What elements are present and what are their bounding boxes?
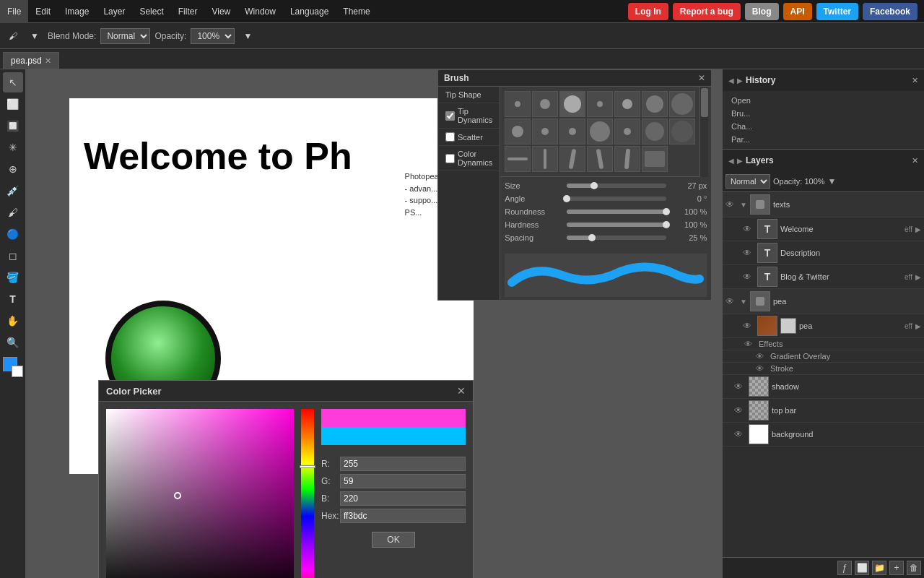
layer-topbar-eye[interactable]: 👁 bbox=[734, 405, 746, 415]
brush-color-dynamics[interactable]: Color Dynamics bbox=[438, 146, 500, 171]
layer-stroke-eye[interactable]: 👁 bbox=[756, 364, 767, 373]
twitter-button[interactable]: Twitter bbox=[816, 3, 858, 20]
menu-window[interactable]: Window bbox=[237, 0, 283, 23]
opacity-select[interactable]: 100% bbox=[191, 28, 235, 44]
eraser-tool[interactable]: ◻ bbox=[3, 246, 23, 266]
brush-thumb-19[interactable] bbox=[614, 146, 640, 172]
layers-delete-btn[interactable]: 🗑 bbox=[907, 561, 921, 575]
cp-close-button[interactable]: ✕ bbox=[457, 385, 466, 397]
brush-dropdown[interactable]: ▼ bbox=[26, 27, 43, 45]
layer-shadow[interactable]: 👁 shadow bbox=[723, 375, 924, 399]
layers-add-style-btn[interactable]: ƒ bbox=[837, 561, 852, 575]
brush-thumb-9[interactable] bbox=[532, 118, 558, 144]
zoom-tool[interactable]: 🔍 bbox=[3, 332, 23, 353]
layer-pea-group-eye[interactable]: 👁 bbox=[725, 296, 737, 306]
cp-g-input[interactable] bbox=[340, 474, 466, 488]
history-nav-next[interactable]: ▶ bbox=[737, 77, 743, 85]
select-rect-tool[interactable]: ⬜ bbox=[3, 94, 23, 114]
layer-group-pea[interactable]: 👁 ▼ pea bbox=[723, 289, 924, 314]
layer-texts-eye[interactable]: 👁 bbox=[725, 199, 737, 210]
fill-tool[interactable]: 🪣 bbox=[3, 267, 23, 288]
facebook-button[interactable]: Facebook bbox=[863, 3, 918, 20]
layer-description[interactable]: 👁 T Description bbox=[723, 241, 924, 265]
brush-size-slider[interactable] bbox=[567, 184, 666, 188]
canvas-area[interactable]: Welcome to Ph Photopea g...- advan...- s… bbox=[26, 69, 722, 578]
brush-thumb-5[interactable] bbox=[614, 91, 640, 117]
tab-pea[interactable]: pea.psd ✕ bbox=[3, 52, 59, 69]
brush-spacing-slider[interactable] bbox=[567, 236, 666, 240]
brush-thumb-11[interactable] bbox=[587, 118, 613, 144]
menu-layer[interactable]: Layer bbox=[96, 0, 132, 23]
brush-tip-dynamics-check[interactable] bbox=[445, 111, 455, 121]
brush-roundness-slider[interactable] bbox=[567, 210, 666, 214]
brush-scatter[interactable]: Scatter bbox=[438, 129, 500, 146]
stamp-tool[interactable]: 🔵 bbox=[3, 224, 23, 244]
layers-nav-next[interactable]: ▶ bbox=[737, 157, 743, 165]
login-button[interactable]: Log In bbox=[628, 3, 668, 20]
text-tool[interactable]: T bbox=[3, 289, 23, 309]
layer-gradient-overlay[interactable]: 👁 Gradient Overlay bbox=[723, 350, 924, 363]
cp-r-input[interactable] bbox=[340, 457, 466, 471]
layer-effects-eye[interactable]: 👁 bbox=[744, 340, 756, 348]
layers-close[interactable]: ✕ bbox=[912, 156, 918, 165]
lasso-tool[interactable]: 🔲 bbox=[3, 116, 23, 136]
brush-thumb-3[interactable] bbox=[559, 91, 585, 117]
layers-opacity-dropdown[interactable]: ▼ bbox=[828, 176, 837, 186]
layer-welcome-arrow[interactable]: ▶ bbox=[915, 225, 921, 233]
layer-stroke[interactable]: 👁 Stroke bbox=[723, 363, 924, 375]
tab-close-icon[interactable]: ✕ bbox=[45, 56, 51, 66]
brush-scrollbar[interactable] bbox=[699, 87, 708, 177]
brush-scatter-check[interactable] bbox=[445, 132, 455, 142]
layers-new-layer-btn[interactable]: + bbox=[889, 561, 904, 575]
brush-thumb-4[interactable] bbox=[587, 91, 613, 117]
brush-thumb-15[interactable] bbox=[505, 146, 531, 172]
menu-edit[interactable]: Edit bbox=[28, 0, 58, 23]
brush-tip-dynamics[interactable]: Tip Dynamics bbox=[438, 103, 500, 129]
layer-gradient-eye[interactable]: 👁 bbox=[756, 352, 767, 361]
brush-angle-slider[interactable] bbox=[567, 197, 666, 201]
brush-tool-icon[interactable]: 🖌 bbox=[4, 27, 22, 45]
cp-gradient[interactable] bbox=[106, 409, 294, 578]
brush-thumb-13[interactable] bbox=[642, 118, 668, 144]
brush-thumb-17[interactable] bbox=[559, 146, 585, 172]
layer-blog-arrow[interactable]: ▶ bbox=[915, 273, 921, 281]
brush-thumb-14[interactable] bbox=[669, 118, 695, 144]
brush-thumb-12[interactable] bbox=[614, 118, 640, 144]
brush-hardness-slider[interactable] bbox=[567, 223, 666, 227]
blog-button[interactable]: Blog bbox=[745, 3, 779, 20]
brush-color-dynamics-check[interactable] bbox=[445, 154, 455, 163]
cp-b-input[interactable] bbox=[340, 491, 466, 506]
brush-thumb-10[interactable] bbox=[559, 118, 585, 144]
layer-group-texts[interactable]: 👁 ▼ texts bbox=[723, 192, 924, 217]
layer-pea-effects[interactable]: 👁 Effects bbox=[723, 338, 924, 350]
history-item-bru[interactable]: Bru... bbox=[725, 107, 921, 120]
menu-image[interactable]: Image bbox=[58, 0, 96, 23]
brush-thumb-7[interactable] bbox=[669, 91, 695, 117]
brush-tool[interactable]: 🖌 bbox=[3, 202, 23, 223]
cp-hue-bar[interactable] bbox=[301, 409, 314, 578]
layer-background-eye[interactable]: 👁 bbox=[734, 429, 746, 439]
report-bug-button[interactable]: Report a bug bbox=[673, 3, 741, 20]
layer-description-eye[interactable]: 👁 bbox=[743, 248, 754, 258]
layers-nav-prev[interactable]: ◀ bbox=[728, 157, 734, 165]
brush-thumb-8[interactable] bbox=[505, 118, 531, 144]
magic-wand-tool[interactable]: ✳ bbox=[3, 137, 23, 158]
transform-tool[interactable]: ⊕ bbox=[3, 159, 23, 179]
menu-language[interactable]: Language bbox=[283, 0, 336, 23]
menu-filter[interactable]: Filter bbox=[171, 0, 205, 23]
brush-scroll-thumb[interactable] bbox=[701, 88, 708, 117]
color-swatch[interactable] bbox=[3, 357, 23, 377]
history-item-par[interactable]: Par... bbox=[725, 133, 921, 146]
layer-welcome[interactable]: 👁 T Welcome eff ▶ bbox=[723, 217, 924, 241]
brush-thumb-6[interactable] bbox=[642, 91, 668, 117]
layer-welcome-eye[interactable]: 👁 bbox=[743, 224, 754, 234]
layer-pea[interactable]: 👁 pea eff ▶ bbox=[723, 314, 924, 338]
blend-mode-select[interactable]: Normal bbox=[100, 28, 150, 44]
layer-pea-arrow[interactable]: ▶ bbox=[915, 322, 921, 330]
layer-blog-eye[interactable]: 👁 bbox=[743, 272, 754, 282]
api-button[interactable]: API bbox=[783, 3, 812, 20]
layer-background[interactable]: 👁 background bbox=[723, 423, 924, 447]
background-color[interactable] bbox=[12, 366, 23, 377]
brush-thumb-16[interactable] bbox=[532, 146, 558, 172]
eyedropper-tool[interactable]: 💉 bbox=[3, 181, 23, 201]
